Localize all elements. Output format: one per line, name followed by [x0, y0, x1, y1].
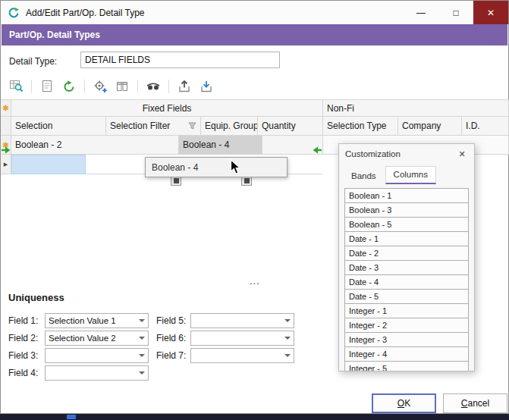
list-item[interactable]: Integer - 2	[344, 318, 469, 333]
field1-label: Field 1:	[8, 313, 43, 328]
chevron-down-icon[interactable]	[136, 314, 148, 328]
column-header-boolean-4-pressed[interactable]: Boolean - 4	[179, 136, 262, 155]
settings-button[interactable]	[91, 77, 109, 96]
column-header-boolean-2[interactable]: Boolean - 2	[11, 136, 179, 155]
current-row-indicator-cell: ▶	[1, 155, 11, 174]
chevron-down-icon[interactable]	[281, 331, 294, 345]
field2-input[interactable]	[46, 331, 136, 345]
field3-combo[interactable]	[45, 348, 149, 363]
tab-bands[interactable]: Bands	[344, 168, 384, 184]
column-header-company[interactable]: Company	[398, 117, 462, 136]
band-header-non-fixed-fields[interactable]: Non-Fi	[323, 99, 509, 117]
list-item[interactable]: Date - 3	[344, 260, 469, 275]
toolbar-separator	[137, 80, 138, 93]
toolbar-separator	[168, 80, 169, 93]
column-header-selection[interactable]: Selection	[11, 117, 106, 136]
customization-tabs: Bands Columns	[339, 164, 474, 184]
selected-data-cell[interactable]	[11, 155, 86, 174]
field3-input[interactable]	[46, 349, 136, 362]
customization-header[interactable]: Customization ✕	[339, 144, 474, 164]
window-title: Add/Edit Part/Op. Detail Type	[26, 8, 145, 18]
export-up-icon	[178, 80, 191, 93]
field1-combo[interactable]	[45, 313, 149, 328]
field7-input[interactable]	[191, 349, 281, 362]
field3-label: Field 3:	[8, 348, 43, 363]
dialog-screen: Add/Edit Part/Op. Detail Type — □ ✕ Part…	[0, 0, 509, 420]
chevron-down-icon[interactable]	[136, 349, 148, 362]
field7-combo[interactable]	[190, 348, 294, 363]
new-item-indicator: ✱	[2, 104, 8, 112]
drop-marker-left-icon	[1, 145, 11, 155]
refresh-button[interactable]	[60, 77, 78, 96]
field2-label: Field 2:	[8, 331, 43, 346]
column-header-equip-group[interactable]: Equip. Group	[201, 117, 258, 136]
minimize-button[interactable]: —	[404, 1, 438, 24]
import-button[interactable]	[197, 77, 215, 96]
tab-columns[interactable]: Columns	[385, 166, 436, 184]
list-item[interactable]: Date - 5	[344, 289, 469, 304]
list-item[interactable]: Date - 4	[344, 274, 469, 290]
field4-combo[interactable]	[45, 365, 149, 381]
list-item[interactable]: Integer - 5	[344, 361, 469, 371]
chevron-down-icon[interactable]	[281, 349, 294, 362]
ok-button-label: OK	[397, 398, 410, 409]
column-header-quantity[interactable]: Quantity	[258, 117, 323, 136]
hidden-columns-list: Boolean - 1 Boolean - 3 Boolean - 5 Date…	[344, 188, 469, 371]
taskbar-sliver	[0, 414, 509, 420]
layout-button[interactable]	[38, 77, 56, 96]
list-item[interactable]: Boolean - 3	[344, 202, 469, 218]
field6-combo[interactable]	[190, 331, 294, 346]
list-item[interactable]: Date - 1	[344, 231, 469, 246]
chevron-down-icon[interactable]	[136, 366, 148, 380]
close-button[interactable]: ✕	[473, 1, 508, 24]
grid-toolbar	[7, 77, 215, 96]
ok-button[interactable]: OK	[372, 393, 436, 413]
section-banner: Part/Op. Detail Types	[2, 24, 507, 45]
columns-icon	[115, 80, 129, 93]
column-header-id[interactable]: I.D.	[462, 117, 509, 136]
list-item[interactable]: Integer - 1	[344, 303, 469, 318]
chevron-down-icon[interactable]	[136, 331, 148, 345]
selection-filter-label: Selection Filter	[110, 121, 170, 131]
field5-combo[interactable]	[190, 313, 294, 328]
toolbar-separator	[84, 80, 85, 93]
cancel-button[interactable]: Cancel	[443, 393, 507, 413]
column-chooser-button[interactable]	[113, 77, 131, 96]
hide-field-button[interactable]	[144, 77, 162, 96]
taskbar-app-icon	[67, 415, 76, 419]
customization-panel: Customization ✕ Bands Columns Boolean - …	[338, 143, 475, 371]
list-item[interactable]: Integer - 4	[344, 346, 469, 362]
list-item[interactable]: Integer - 3	[344, 332, 469, 347]
customization-close-icon[interactable]: ✕	[456, 149, 468, 159]
column-header-selection-type[interactable]: Selection Type	[323, 117, 398, 136]
maximize-button[interactable]: □	[438, 1, 473, 24]
banner-title: Part/Op. Detail Types	[9, 30, 100, 40]
window-controls: — □ ✕	[404, 1, 508, 24]
list-item[interactable]: Boolean - 5	[344, 217, 469, 232]
list-item[interactable]: Boolean - 1	[344, 188, 469, 203]
detail-type-label: Detail Type:	[9, 54, 57, 69]
list-item[interactable]: Date - 2	[344, 246, 469, 261]
document-icon	[40, 80, 54, 93]
field5-input[interactable]	[191, 314, 281, 328]
customization-title: Customization	[345, 149, 401, 158]
chevron-down-icon[interactable]	[281, 314, 294, 328]
export-button[interactable]	[175, 77, 193, 96]
refresh-icon	[62, 80, 76, 93]
current-row-arrow: ▶	[4, 161, 8, 168]
dragged-column-ghost[interactable]: Boolean - 4	[145, 157, 287, 177]
band-row-indicator: ✱	[1, 99, 11, 117]
field4-input[interactable]	[46, 366, 136, 380]
detail-type-input[interactable]	[80, 52, 280, 68]
column-header-selection-filter[interactable]: Selection Filter	[106, 117, 201, 136]
field6-input[interactable]	[191, 331, 281, 345]
grid-ellipsis: ...	[250, 275, 260, 287]
eye-glasses-icon	[146, 80, 161, 93]
band-header-fixed-fields[interactable]: Fixed Fields	[11, 99, 323, 117]
field4-label: Field 4:	[8, 365, 43, 381]
drop-marker-right-icon	[312, 145, 322, 155]
field2-combo[interactable]	[45, 331, 149, 346]
field1-input[interactable]	[46, 314, 136, 328]
filter-funnel-icon[interactable]	[188, 122, 196, 130]
find-panel-button[interactable]	[7, 77, 25, 96]
